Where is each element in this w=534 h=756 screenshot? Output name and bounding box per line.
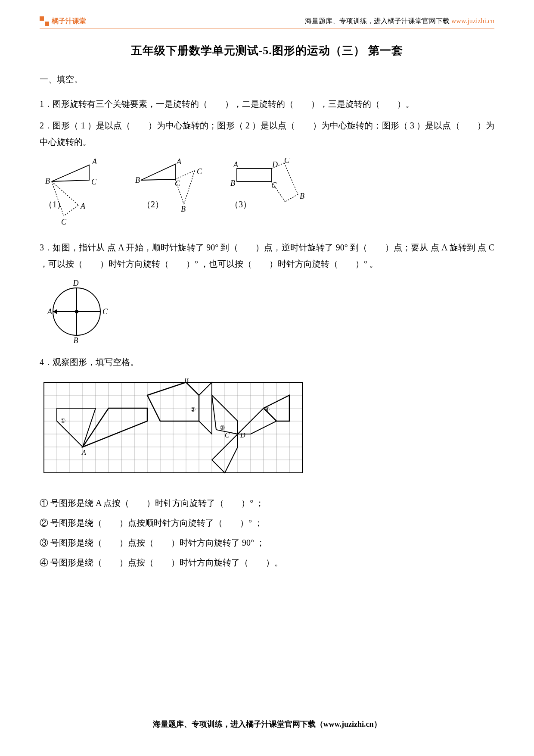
svg-marker-49 — [83, 408, 147, 447]
grid-c4: ④ — [264, 406, 270, 413]
figure-2: A B C C B （2） — [134, 158, 208, 229]
svg-line-12 — [285, 194, 298, 202]
header-tagline: 海量题库、专项训练，进入橘子汁课堂官网下载 www.juzizhi.cn — [305, 17, 494, 26]
f2-c2: C — [197, 167, 202, 176]
figure-q3-circle: D B A C — [42, 277, 111, 346]
question-1: 1．图形旋转有三个关键要素，一是旋转的（ ），二是旋转的（ ），三是旋转的（ ）… — [40, 96, 494, 112]
header-text: 海量题库、专项训练，进入橘子汁课堂官网下载 — [305, 17, 451, 25]
page-header: 橘子汁课堂 海量题库、专项训练，进入橘子汁课堂官网下载 www.juzizhi.… — [0, 16, 534, 26]
q4-item-3: ③ 号图形是绕（ ）点按（ ）时针方向旋转了 90° ； — [40, 533, 494, 553]
f3-c2: C — [284, 158, 290, 165]
label-c: C — [91, 178, 97, 186]
svg-marker-4 — [141, 164, 175, 180]
circ-a: A — [47, 307, 53, 316]
circ-c: C — [102, 307, 108, 316]
f3-d: D — [272, 160, 278, 169]
grid-c3: ③ — [220, 425, 225, 431]
question-4-heading: 4．观察图形，填写空格。 — [40, 354, 494, 370]
label-a: A — [92, 158, 97, 166]
header-divider — [40, 28, 494, 28]
page-title: 五年级下册数学单元测试-5.图形的运动（三） 第一套 — [40, 43, 494, 58]
grid-B: B — [184, 378, 189, 384]
section-1-heading: 一、填空。 — [40, 74, 494, 85]
q4-item-1: ① 号图形是绕 A 点按（ ）时针方向旋转了（ ）° ； — [40, 493, 494, 513]
grid-A: A — [81, 449, 86, 456]
f2-b2: B — [181, 205, 186, 213]
svg-line-7 — [184, 171, 195, 204]
question-3: 3．如图，指针从 点 A 开始，顺时针旋转了 90° 到（ ）点，逆时针旋转了 … — [40, 239, 494, 272]
grid-C: C — [225, 431, 230, 439]
grid-c1: ① — [60, 418, 66, 424]
logo-text: 橘子汁课堂 — [52, 17, 86, 26]
svg-line-10 — [284, 163, 298, 194]
svg-point-16 — [75, 310, 78, 313]
grid-c2: ② — [190, 406, 196, 413]
circ-b: B — [74, 336, 78, 345]
f2-c: C — [175, 179, 180, 188]
figure-q4-grid: A ① B ② ③ C D ④ — [40, 378, 307, 484]
fig2-num: （2） — [142, 200, 164, 209]
q2-figures: A B C A C （1） A B C C B — [44, 158, 494, 229]
svg-line-11 — [271, 181, 285, 202]
page-footer: 海量题库、专项训练，进入橘子汁课堂官网下载（www.juzizhi.cn） — [0, 719, 534, 729]
svg-line-3 — [64, 205, 78, 216]
svg-marker-17 — [53, 309, 57, 314]
question-2: 2．图形（ 1 ）是以点（ ）为中心旋转的；图形（ 2 ）是以点（ ）为中心旋转… — [40, 117, 494, 150]
f3-b: B — [230, 179, 235, 187]
main-content: 五年级下册数学单元测试-5.图形的运动（三） 第一套 一、填空。 1．图形旋转有… — [40, 43, 494, 576]
svg-rect-8 — [237, 169, 271, 181]
label-b: B — [45, 177, 50, 185]
q4-item-4: ④ 号图形是绕（ ）点按（ ）时针方向旋转了（ ）。 — [40, 553, 494, 572]
figure-3: A D B C C B （3） — [229, 158, 315, 229]
q4-item-2: ② 号图形是绕（ ）点按顺时针方向旋转了（ ）° ； — [40, 513, 494, 533]
logo-icon — [40, 16, 49, 26]
fig1-num: （1） — [44, 200, 65, 209]
svg-line-5 — [175, 171, 195, 179]
svg-marker-48 — [57, 408, 96, 447]
grid-D: D — [240, 431, 245, 439]
logo: 橘子汁课堂 — [40, 16, 86, 26]
f2-a: A — [176, 158, 182, 166]
figure-1: A B C A C （1） — [44, 158, 113, 229]
label-a2: A — [80, 202, 86, 210]
f2-b: B — [135, 176, 140, 184]
header-url: www.juzizhi.cn — [451, 17, 494, 25]
f3-a: A — [233, 160, 239, 169]
circ-d: D — [73, 279, 79, 287]
svg-marker-0 — [52, 165, 89, 181]
label-c2: C — [61, 218, 67, 226]
fig3-num: （3） — [230, 200, 251, 209]
f3-b2: B — [300, 192, 304, 200]
